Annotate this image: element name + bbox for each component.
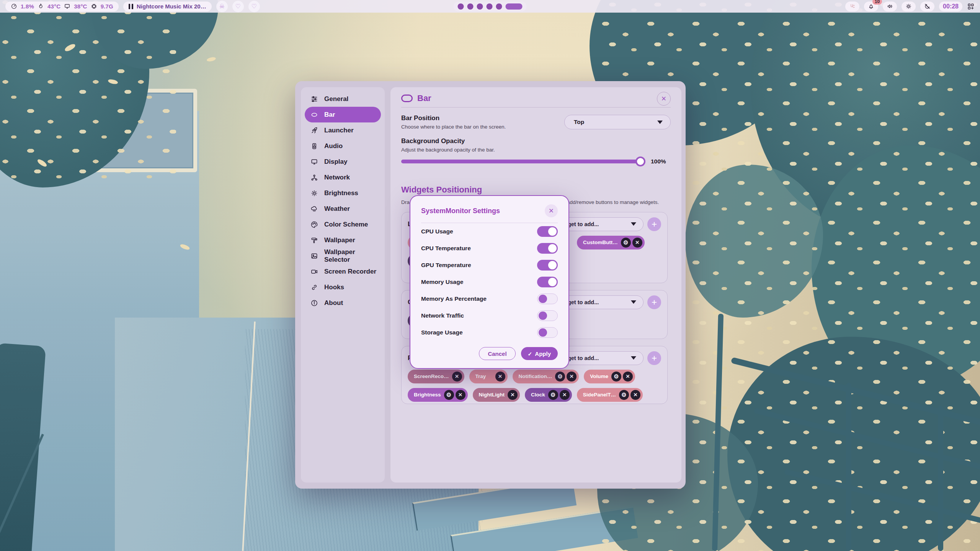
sidebar-item-hooks[interactable]: Hooks [305,279,381,295]
widgets-positioning-title: Widgets Positioning [401,185,671,195]
widget-chip-brightness[interactable]: Brightness [408,388,468,402]
sidebar-item-brightness[interactable]: Brightness [305,185,381,201]
gauge-icon [11,3,17,10]
sidebar-item-wallpaper-selector[interactable]: Wallpaper Selector [305,248,381,264]
network-traffic-toggle[interactable] [537,310,558,321]
widget-settings-button[interactable] [444,390,454,400]
modal-title: SystemMonitor Settings [421,207,500,215]
speaker-box-icon [310,142,318,150]
settings-sidebar: General Bar Launcher Audio Display Netwo… [301,87,385,483]
topbar-left: 1.8% 43°C 38°C 9.7G Nightcore Music Mix … [5,1,260,12]
sidebar-item-launcher[interactable]: Launcher [305,122,381,138]
storage-usage-toggle[interactable] [537,327,558,338]
widget-chip-notification[interactable]: Notification… [513,370,579,383]
workspace-dot[interactable] [467,3,474,10]
sidebar-item-screen-recorder[interactable]: Screen Recorder [305,264,381,279]
widget-chip-sidepanel[interactable]: SidePanelT… [577,388,643,402]
sliders-icon [310,95,318,103]
systemmonitor-settings-modal: SystemMonitor Settings CPU Usage CPU Tem… [410,195,569,369]
brightness-button[interactable] [902,2,916,11]
sidebar-item-display[interactable]: Display [305,154,381,170]
center-add-widget-button[interactable] [647,295,661,309]
clock-pill[interactable]: 00:28 [939,2,962,11]
moon-off-icon [924,3,931,10]
bar-position-value: Top [574,119,584,126]
modal-close-button[interactable] [545,204,558,217]
workspace-dot[interactable] [458,3,464,10]
sidebar-item-label: Brightness [324,189,358,197]
sidebar-item-label: Audio [324,142,343,150]
workspace-dot[interactable] [496,3,502,10]
systray-pill[interactable] [845,2,859,11]
top-bar: 1.8% 43°C 38°C 9.7G Nightcore Music Mix … [0,0,980,13]
right-add-widget-button[interactable] [647,351,661,365]
media-player-pill[interactable]: Nightcore Music Mix 20… [123,2,212,11]
widget-remove-button[interactable] [630,390,640,400]
tray-app-icon [849,3,856,10]
cpu-usage-toggle[interactable] [537,226,558,237]
sun-icon [905,3,912,10]
widget-chip-screenrecorder[interactable]: ScreenReco… [408,370,464,383]
sidebar-item-color-scheme[interactable]: Color Scheme [305,217,381,232]
sidebar-item-wallpaper[interactable]: Wallpaper [305,232,381,248]
sidebar-item-network[interactable]: Network [305,170,381,185]
opacity-slider[interactable] [401,160,644,163]
widget-remove-button[interactable] [567,372,577,381]
cpu-temperature-toggle[interactable] [537,243,558,254]
widget-chip-volume[interactable]: Volume [584,370,635,383]
close-settings-button[interactable] [657,92,671,106]
widget-chip-tray[interactable]: Tray [469,370,508,383]
notifications-button[interactable]: 10 [864,2,878,11]
widget-remove-button[interactable] [508,390,518,400]
toggle-row-cpu-usage: CPU Usage [421,223,558,240]
sidebar-item-general[interactable]: General [305,91,381,107]
widget-remove-button[interactable] [632,238,642,248]
sidebar-item-bar[interactable]: Bar [305,107,381,122]
volume-button[interactable] [883,2,897,11]
memory-as-percentage-toggle[interactable] [537,293,558,304]
widget-settings-button[interactable] [611,372,621,381]
night-light-button[interactable] [920,2,934,11]
sidebar-item-weather[interactable]: Weather [305,201,381,217]
workspace-active-dot[interactable] [506,3,523,10]
sidebar-item-about[interactable]: About [305,295,381,311]
widget-remove-button[interactable] [456,390,466,400]
gpu-temperature-toggle[interactable] [537,260,558,271]
speaker-icon [887,3,893,10]
video-camera-icon [310,268,318,276]
wallpaper-rail-post [846,383,851,551]
left-add-widget-button[interactable] [647,217,661,231]
widget-settings-button[interactable] [548,390,558,400]
bar-position-dropdown[interactable]: Top [564,115,671,129]
memory-usage-toggle[interactable] [537,277,558,287]
dashboard-icon[interactable] [967,3,975,10]
widget-chip-custombutton[interactable]: CustomButt… [577,236,645,249]
workspace-dot[interactable] [477,3,483,10]
flame-icon [38,3,44,10]
widget-chip-clock[interactable]: Clock [525,388,572,402]
topbar-right: 10 00:28 [845,2,975,11]
display-icon [64,3,70,10]
skull-icon[interactable]: ☠ [216,1,228,12]
workspaces-indicator[interactable] [454,2,527,11]
widget-settings-button[interactable] [555,372,565,381]
sidebar-item-label: General [324,95,348,103]
heart-icon[interactable]: ♡ [232,1,244,12]
background-opacity-label: Background Opacity [401,137,671,145]
workspace-dot[interactable] [487,3,493,10]
cancel-button[interactable]: Cancel [479,347,515,360]
sidebar-item-label: About [324,299,343,307]
widget-settings-button[interactable] [619,390,629,400]
system-stats-pill[interactable]: 1.8% 43°C 38°C 9.7G [5,2,119,11]
widget-remove-button[interactable] [623,372,633,381]
widget-settings-button[interactable] [621,238,631,248]
widget-chip-nightlight[interactable]: NightLight [473,388,520,402]
widget-remove-button[interactable] [560,390,570,400]
page-title: Bar [417,93,431,103]
widget-remove-button[interactable] [495,372,505,381]
sidebar-item-audio[interactable]: Audio [305,138,381,154]
opacity-slider-handle[interactable] [635,156,645,166]
apply-button[interactable]: Apply [521,347,558,360]
heart-icon[interactable]: ♡ [248,1,260,12]
widget-remove-button[interactable] [452,372,462,381]
